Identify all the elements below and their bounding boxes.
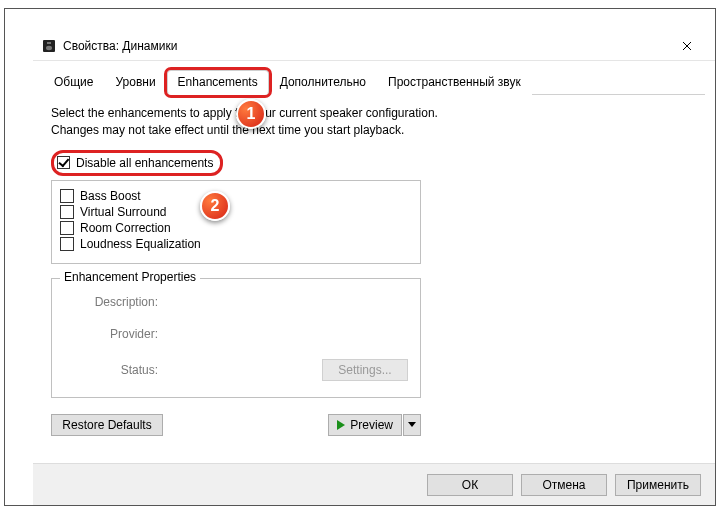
enhancements-list: Bass Boost Virtual Surround Room Correct… bbox=[51, 180, 421, 264]
window-title: Свойства: Динамики bbox=[63, 39, 667, 53]
provider-row: Provider: bbox=[78, 327, 408, 341]
instruction-text: Select the enhancements to apply for you… bbox=[51, 105, 471, 140]
ok-button[interactable]: ОК bbox=[427, 474, 513, 496]
description-label: Description: bbox=[78, 295, 158, 309]
app-icon bbox=[41, 38, 57, 54]
play-icon bbox=[337, 420, 345, 430]
tab-levels[interactable]: Уровни bbox=[104, 70, 166, 95]
list-item-label: Loudness Equalization bbox=[80, 237, 201, 251]
svg-point-1 bbox=[46, 45, 52, 49]
preview-dropdown[interactable] bbox=[403, 414, 421, 436]
tab-enhancements[interactable]: Enhancements bbox=[167, 70, 269, 95]
disable-all-highlight: Disable all enhancements bbox=[51, 150, 223, 176]
tabs: Общие Уровни Enhancements Дополнительно … bbox=[43, 69, 705, 95]
list-item[interactable]: Virtual Surround bbox=[60, 205, 412, 219]
preview-label: Preview bbox=[350, 418, 393, 432]
checkbox-icon bbox=[60, 205, 74, 219]
preview-button[interactable]: Preview bbox=[328, 414, 402, 436]
tab-content: Select the enhancements to apply for you… bbox=[33, 95, 715, 436]
titlebar: Свойства: Динамики bbox=[33, 31, 715, 61]
restore-defaults-button[interactable]: Restore Defaults bbox=[51, 414, 163, 436]
description-row: Description: bbox=[78, 295, 408, 309]
settings-button: Settings... bbox=[322, 359, 408, 381]
checkbox-icon bbox=[57, 156, 70, 169]
apply-button[interactable]: Применить bbox=[615, 474, 701, 496]
list-item-label: Virtual Surround bbox=[80, 205, 167, 219]
status-label: Status: bbox=[78, 363, 158, 377]
list-item[interactable]: Bass Boost bbox=[60, 189, 412, 203]
properties-fieldset: Enhancement Properties Description: Prov… bbox=[51, 278, 421, 398]
disable-all-checkbox[interactable]: Disable all enhancements bbox=[57, 156, 213, 170]
list-item-label: Bass Boost bbox=[80, 189, 141, 203]
list-item[interactable]: Room Correction bbox=[60, 221, 412, 235]
svg-rect-2 bbox=[47, 42, 51, 44]
cancel-button[interactable]: Отмена bbox=[521, 474, 607, 496]
provider-label: Provider: bbox=[78, 327, 158, 341]
disable-all-label: Disable all enhancements bbox=[76, 156, 213, 170]
checkbox-icon bbox=[60, 237, 74, 251]
status-row: Status: Settings... bbox=[78, 359, 408, 381]
list-item[interactable]: Loudness Equalization bbox=[60, 237, 412, 251]
close-button[interactable] bbox=[667, 32, 707, 60]
close-icon bbox=[682, 41, 692, 51]
tab-spatial[interactable]: Пространственный звук bbox=[377, 70, 532, 95]
preview-group: Preview bbox=[328, 414, 421, 436]
outer-frame: Свойства: Динамики Общие Уровни Enhancem… bbox=[4, 8, 716, 506]
fieldset-legend: Enhancement Properties bbox=[60, 270, 200, 284]
dialog-window: Свойства: Динамики Общие Уровни Enhancem… bbox=[33, 31, 715, 505]
tabs-container: Общие Уровни Enhancements Дополнительно … bbox=[33, 61, 715, 95]
checkbox-icon bbox=[60, 189, 74, 203]
tab-advanced[interactable]: Дополнительно bbox=[269, 70, 377, 95]
bottom-row: Restore Defaults Preview bbox=[51, 398, 421, 436]
dialog-footer: ОК Отмена Применить bbox=[33, 463, 715, 505]
list-item-label: Room Correction bbox=[80, 221, 171, 235]
tab-general[interactable]: Общие bbox=[43, 70, 104, 95]
checkbox-icon bbox=[60, 221, 74, 235]
